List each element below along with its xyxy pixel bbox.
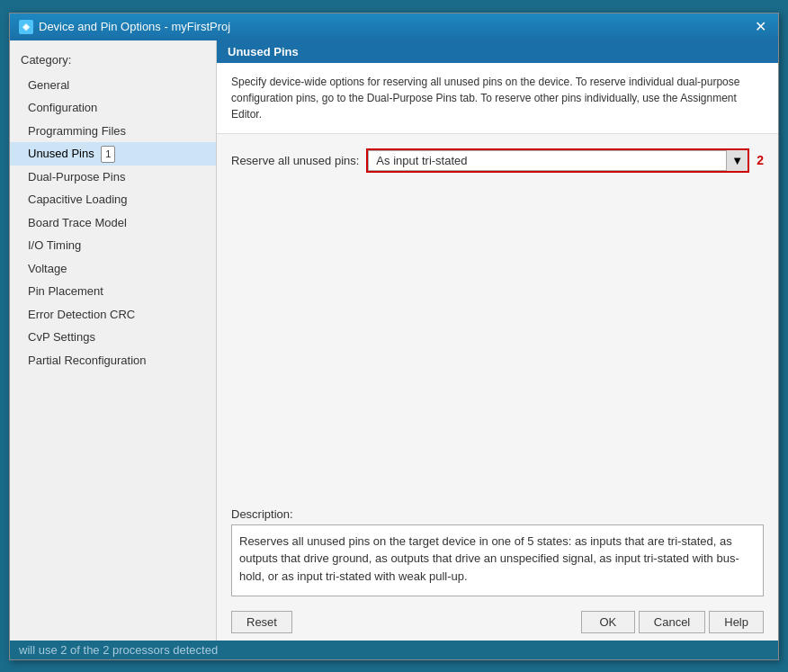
ok-button[interactable]: OK bbox=[581, 611, 635, 633]
description-text: Specify device-wide options for reservin… bbox=[231, 76, 739, 121]
sidebar-item-partial-reconfiguration[interactable]: Partial Reconfiguration bbox=[10, 349, 216, 372]
sidebar-item-label: Unused Pins bbox=[28, 147, 94, 160]
main-content: Unused Pins Specify device-wide options … bbox=[217, 40, 778, 641]
sidebar-item-configuration[interactable]: Configuration bbox=[10, 96, 216, 120]
sidebar-item-label: Error Detection CRC bbox=[28, 308, 135, 321]
app-icon: ◈ bbox=[19, 20, 33, 34]
dialog-content: Category: General Configuration Programm… bbox=[10, 40, 778, 641]
sidebar-item-label: Board Trace Model bbox=[28, 216, 127, 229]
status-bar: will use 2 of the 2 processors detected bbox=[10, 641, 778, 659]
description-section: Description: Reserves all unused pins on… bbox=[217, 500, 778, 604]
reserve-dropdown[interactable]: As input tri-stated As output driving gr… bbox=[368, 150, 748, 171]
description-box-text: Reserves all unused pins on the target d… bbox=[239, 534, 739, 583]
dialog-window: ◈ Device and Pin Options - myFirstProj ✕… bbox=[9, 13, 779, 660]
bottom-buttons: Reset OK Cancel Help bbox=[217, 604, 778, 641]
sidebar-item-voltage[interactable]: Voltage bbox=[10, 257, 216, 281]
title-bar-left: ◈ Device and Pin Options - myFirstProj bbox=[19, 20, 230, 34]
sidebar-item-label: Configuration bbox=[28, 101, 97, 114]
sidebar-item-unused-pins[interactable]: Unused Pins 1 bbox=[10, 142, 216, 166]
sidebar-item-programming-files[interactable]: Programming Files bbox=[10, 120, 216, 143]
sidebar-item-label: I/O Timing bbox=[28, 238, 81, 252]
status-text: will use 2 of the 2 processors detected bbox=[19, 643, 218, 657]
sidebar-item-label: Voltage bbox=[28, 262, 67, 275]
reserve-row: Reserve all unused pins: As input tri-st… bbox=[217, 134, 778, 187]
section-description: Specify device-wide options for reservin… bbox=[217, 63, 778, 134]
close-button[interactable]: ✕ bbox=[751, 18, 769, 36]
sidebar: Category: General Configuration Programm… bbox=[10, 40, 217, 641]
sidebar-item-label: Pin Placement bbox=[28, 284, 103, 298]
reserve-label: Reserve all unused pins: bbox=[231, 154, 359, 167]
cancel-button[interactable]: Cancel bbox=[639, 611, 705, 633]
sidebar-item-cvp-settings[interactable]: CvP Settings bbox=[10, 326, 216, 349]
sidebar-item-io-timing[interactable]: I/O Timing bbox=[10, 234, 216, 257]
section-header: Unused Pins bbox=[217, 40, 778, 63]
sidebar-item-label: Capacitive Loading bbox=[28, 193, 128, 206]
sidebar-item-label: Programming Files bbox=[28, 124, 126, 138]
sidebar-item-label: Partial Reconfiguration bbox=[28, 354, 147, 367]
sidebar-item-error-detection-crc[interactable]: Error Detection CRC bbox=[10, 303, 216, 327]
reserve-dropdown-wrapper: As input tri-stated As output driving gr… bbox=[366, 148, 749, 173]
sidebar-item-capacitive-loading[interactable]: Capacitive Loading bbox=[10, 188, 216, 211]
sidebar-item-label: Dual-Purpose Pins bbox=[28, 170, 125, 184]
middle-space bbox=[217, 187, 778, 500]
title-bar: ◈ Device and Pin Options - myFirstProj ✕ bbox=[10, 13, 778, 40]
description-box: Reserves all unused pins on the target d… bbox=[231, 524, 764, 596]
sidebar-item-pin-placement[interactable]: Pin Placement bbox=[10, 280, 216, 303]
sidebar-item-general[interactable]: General bbox=[10, 74, 216, 97]
annotation-number-2: 2 bbox=[757, 153, 764, 167]
description-section-label: Description: bbox=[231, 507, 764, 521]
sidebar-item-board-trace-model[interactable]: Board Trace Model bbox=[10, 211, 216, 235]
annotation-badge-1: 1 bbox=[101, 146, 115, 163]
help-button[interactable]: Help bbox=[709, 611, 764, 633]
sidebar-item-label: CvP Settings bbox=[28, 330, 95, 344]
sidebar-item-dual-purpose-pins[interactable]: Dual-Purpose Pins bbox=[10, 166, 216, 189]
category-label: Category: bbox=[10, 49, 216, 74]
sidebar-item-label: General bbox=[28, 78, 69, 92]
window-title: Device and Pin Options - myFirstProj bbox=[39, 20, 230, 33]
reset-button[interactable]: Reset bbox=[231, 611, 292, 633]
